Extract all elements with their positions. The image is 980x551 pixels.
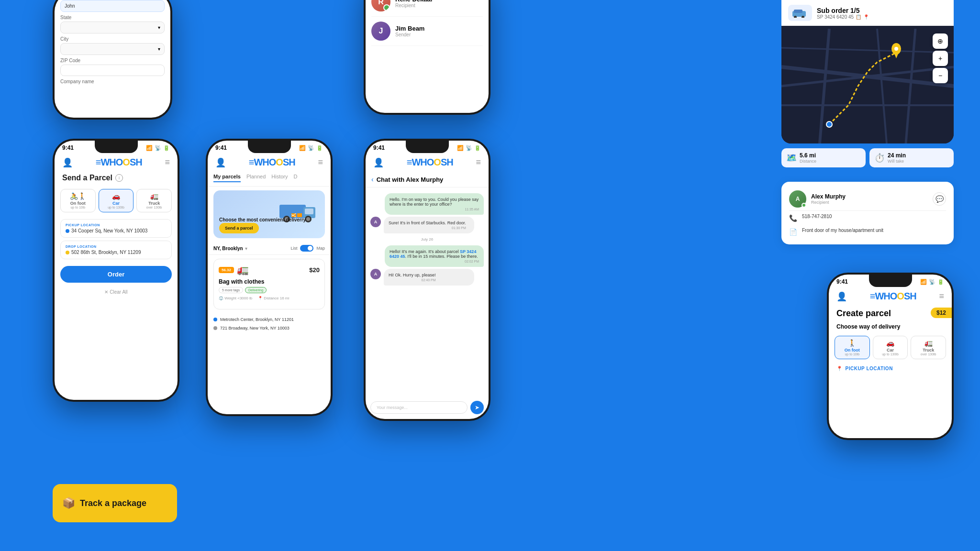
msg-text-1: Hello. I'm on way to you. Could you plea… (390, 197, 479, 207)
avatar-jim: J (371, 22, 390, 41)
foot-btn-phone6[interactable]: 🚶 On foot up to 10lb (835, 336, 870, 359)
time-label: Will take (888, 159, 906, 164)
state-dropdown[interactable]: ▾ (60, 22, 165, 33)
zoom-in-btn[interactable]: + (933, 51, 948, 66)
profile-icon-phone2[interactable]: 👤 (62, 157, 73, 168)
delivery-car-btn[interactable]: 🚗 Car up to 130lb (99, 189, 134, 212)
tab-planned[interactable]: Planned (246, 174, 266, 182)
status-icons-phone5: 📶📡🔋 (457, 145, 481, 151)
view-toggle[interactable] (300, 245, 313, 252)
msg-time-2: 02:02 PM (390, 260, 479, 263)
phone-send-parcel: 9:41 📶📡🔋 👤 ≡WHOOSH ≡ Send a Parcel i 🚴🚶 … (53, 139, 179, 402)
time-phone3: 9:41 (215, 144, 227, 151)
time-box: ⏱️ 24 min Will take (869, 148, 954, 167)
map-controls: ⊕ + − (933, 33, 948, 83)
truck-btn-phone6[interactable]: 🚛 Truck over 130lb (911, 336, 946, 359)
foot-icon-phone6: 🚶 (837, 339, 868, 347)
menu-icon-phone6[interactable]: ≡ (939, 291, 944, 301)
tag-more: 5 more tags (219, 287, 243, 293)
parcel-card[interactable]: 56.32 🚛 $20 Bag with clothes 5 more tags… (213, 259, 325, 309)
clear-all[interactable]: ✕ Clear All (55, 287, 178, 298)
zip-input[interactable] (60, 65, 165, 76)
tab-history[interactable]: History (271, 174, 288, 182)
logo-phone5: ≡WHOOSH (407, 157, 453, 168)
msg-sent-1: Hello. I'm on way to you. Could you plea… (385, 193, 484, 215)
delivery-options-phone6: 🚶 On foot up to 10lb 🚗 Car up to 130lb 🚛… (829, 332, 952, 363)
tab-my-parcels[interactable]: My parcels (213, 174, 241, 182)
location-text-2: 721 Broadway, New York, NY 10003 (220, 326, 290, 331)
order-id-text: SP 3424 6420 45 (817, 14, 854, 20)
distance-info: 🗺️ 5.6 mi Distance ⏱️ 24 min Will take (781, 148, 954, 167)
location-item-2: 721 Broadway, New York, NY 10003 (213, 324, 325, 332)
back-btn[interactable]: ‹ (371, 176, 374, 183)
avatar-received-2: A (370, 269, 381, 279)
pickup-label-phone6: 📍 Pickup location (829, 363, 952, 374)
toggle-knob (308, 246, 312, 251)
car-btn-phone6[interactable]: 🚗 Car up to 130lb (873, 336, 908, 359)
city-dropdown[interactable]: ▾ (60, 43, 165, 55)
order-id: SP 3424 6420 45 📋 📍 (817, 14, 869, 20)
profile-icon-phone3[interactable]: 👤 (215, 157, 226, 168)
menu-icon-phone3[interactable]: ≡ (318, 157, 323, 167)
time-value: 24 min (888, 152, 906, 159)
parcel-header: 56.32 🚛 $20 (219, 264, 320, 276)
foot-label-phone6: On foot (837, 348, 868, 353)
profile-icon-phone6[interactable]: 👤 (836, 291, 847, 302)
status-icons-phone6: 📶📡🔋 (920, 279, 944, 285)
distance-value: 5.6 mi (800, 152, 816, 159)
parcel-id: 56.32 (219, 267, 234, 273)
location-pin-icon[interactable]: 📍 (863, 14, 869, 20)
menu-icon-phone2[interactable]: ≡ (165, 157, 170, 167)
car-icon-box (788, 5, 812, 21)
state-label: State (60, 15, 165, 20)
locate-btn[interactable]: ⊕ (933, 33, 948, 49)
create-parcel-title: Create parcel (836, 309, 891, 318)
avatar-rene: R (371, 0, 390, 11)
info-icon-phone2: i (115, 174, 123, 182)
time-phone6: 9:41 (836, 278, 848, 285)
svg-rect-2 (305, 209, 313, 214)
map-panel: Sub order 1/5 SP 3424 6420 45 📋 📍 ⊕ + (781, 0, 954, 143)
msg-time-received-2: 02:40 PM (389, 278, 436, 282)
parcel-price: $20 (309, 266, 320, 274)
svg-point-26 (894, 47, 898, 51)
msg-bubble-received-2: Hi! Ok. Hurry up, please! 02:40 PM (384, 269, 474, 286)
contact-avatar: A (789, 190, 806, 208)
drop-label: DROP LOCATION (66, 245, 167, 248)
order-button[interactable]: Order (60, 266, 172, 283)
clear-all-text: Clear All (110, 289, 127, 295)
profile-icon-phone5[interactable]: 👤 (373, 157, 384, 168)
msg-received-1: A Sure! It's in front of Starbucks. Red … (370, 217, 474, 233)
delivery-foot-btn[interactable]: 🚴🚶 On foot up to 10lb (60, 189, 96, 212)
zip-field: ZIP Code (60, 58, 165, 76)
tab-d[interactable]: D (293, 174, 297, 182)
city-field: City ▾ (60, 36, 165, 55)
svg-rect-12 (794, 10, 802, 13)
parcel-link[interactable]: SP 3424 6420 45 (390, 249, 476, 259)
send-button[interactable]: ➤ (470, 401, 484, 414)
truck-icon-phone6: 🚛 (913, 339, 944, 347)
zoom-out-btn[interactable]: − (933, 68, 948, 83)
person-rene: R Rene Dekaar Recipient (371, 0, 483, 17)
msg-bubble-received-1: Sure! It's in front of Starbucks. Red do… (384, 217, 474, 233)
truck-label-phone6: Truck (913, 348, 944, 353)
copy-icon[interactable]: 📋 (856, 14, 861, 20)
tabs-phone3: My parcels Planned History D (208, 172, 331, 187)
chat-icon[interactable]: 💬 (933, 192, 946, 206)
first-name-input[interactable]: John (60, 0, 165, 12)
status-icons-phone2: 📶📡🔋 (146, 145, 170, 151)
car-label-phone6: Car (875, 348, 906, 353)
delivery-truck-btn[interactable]: 🚛 Truck over 130lb (136, 189, 172, 212)
send-parcel-banner-btn[interactable]: Send a parcel (219, 223, 259, 233)
time-phone2: 9:41 (62, 144, 74, 151)
pickup-label-text: Pickup location (846, 366, 893, 371)
track-banner[interactable]: 📦 Track a package (53, 484, 177, 522)
parcel-tags: 5 more tags Delivering (219, 287, 320, 293)
distance-label: Distance (800, 159, 816, 164)
person-role-rene: Recipient (395, 3, 433, 8)
person-name-jim: Jim Beam (395, 25, 424, 32)
message-input[interactable]: Your message... (370, 401, 468, 414)
msg-received-2: A Hi! Ok. Hurry up, please! 02:40 PM (370, 269, 474, 286)
menu-icon-phone5[interactable]: ≡ (476, 157, 481, 167)
app-header-phone2: 👤 ≡WHOOSH ≡ (55, 153, 178, 172)
